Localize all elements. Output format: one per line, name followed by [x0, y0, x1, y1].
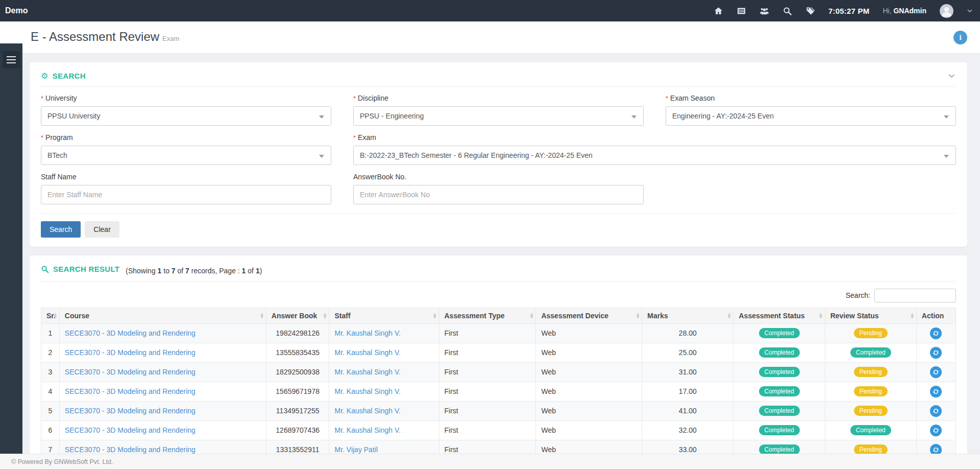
- staff-link[interactable]: Mr. Kaushal Singh V.: [334, 368, 400, 376]
- records-summary-top: (Showing 1 to 7 of 7 records, Page : 1 o…: [126, 267, 262, 275]
- info-button[interactable]: i: [953, 31, 967, 44]
- users-icon[interactable]: [760, 6, 769, 16]
- assessment-status-badge: Completed: [759, 328, 800, 338]
- search-panel: ⚙ SEARCH *University PPSU University *Di…: [30, 62, 967, 247]
- form-list-icon[interactable]: [737, 6, 746, 16]
- field-exam: *Exam B:-2022-23_BTech Semester - 6 Regu…: [353, 133, 956, 165]
- course-link[interactable]: SECE3070 - 3D Modeling and Rendering: [65, 445, 195, 454]
- field-exam-season: *Exam Season Engineering - AY:-2024-25 E…: [666, 94, 956, 126]
- sort-icon: ▲▼: [260, 313, 263, 319]
- menu-toggle-button[interactable]: [3, 51, 20, 68]
- page-header: E - Assessment ReviewExam i: [0, 21, 980, 54]
- main-content: ⚙ SEARCH *University PPSU University *Di…: [22, 54, 980, 454]
- course-link[interactable]: SECE3070 - 3D Modeling and Rendering: [65, 329, 195, 337]
- assessment-status-badge: Completed: [759, 444, 800, 455]
- course-link[interactable]: SECE3070 - 3D Modeling and Rendering: [65, 426, 195, 434]
- col-answer-book[interactable]: Answer Book▲▼: [266, 308, 329, 323]
- sort-icon: ▲▼: [728, 313, 730, 319]
- page-footer: © Powered By GNWebSoft Pvt. Ltd.: [0, 454, 980, 469]
- refresh-action-button[interactable]: [930, 347, 942, 359]
- navbar-actions: 7:05:27 PM Hi, GNAdmin: [714, 4, 973, 18]
- clock-time: 7:05:27 PM: [828, 7, 869, 15]
- sort-icon: ▲▼: [530, 313, 533, 319]
- course-link[interactable]: SECE3070 - 3D Modeling and Rendering: [65, 407, 195, 415]
- col-course[interactable]: Course▲▼: [59, 308, 266, 323]
- gears-icon: ⚙: [41, 72, 48, 80]
- col-marks[interactable]: Marks▲▼: [642, 308, 733, 323]
- refresh-action-button[interactable]: [930, 425, 942, 436]
- course-link[interactable]: SECE3070 - 3D Modeling and Rendering: [65, 368, 195, 376]
- required-asterisk: *: [41, 95, 43, 102]
- search-form: *University PPSU University *Discipline …: [41, 94, 956, 204]
- sort-icon: ▲▼: [54, 313, 56, 319]
- exam-season-select[interactable]: Engineering - AY:-2024-25 Even: [666, 106, 956, 126]
- app-brand: Demo: [5, 6, 28, 15]
- field-discipline: *Discipline PPSU - Engineering: [353, 94, 644, 126]
- search-result-panel: SEARCH RESULT (Showing 1 to 7 of 7 recor…: [30, 255, 967, 469]
- staff-link[interactable]: Mr. Kaushal Singh V.: [334, 426, 400, 434]
- review-status-badge: Completed: [850, 425, 891, 435]
- review-status-badge: Pending: [854, 367, 888, 377]
- col-sr[interactable]: Sr.▲▼: [41, 308, 60, 323]
- col-staff[interactable]: Staff▲▼: [329, 308, 439, 323]
- results-table: Sr.▲▼ Course▲▼ Answer Book▲▼ Staff▲▼ Ass…: [41, 308, 956, 460]
- col-assessment-type[interactable]: Assessment Type▲▼: [439, 308, 536, 323]
- table-row: 1 SECE3070 - 3D Modeling and Rendering 1…: [41, 323, 956, 343]
- sort-icon: ▲▼: [433, 313, 436, 319]
- program-select[interactable]: BTech: [41, 146, 331, 165]
- top-navbar: Demo 7:05:27 PM Hi, GNAdmin: [0, 0, 980, 21]
- sort-icon: ▲▼: [911, 313, 913, 319]
- table-header-row: Sr.▲▼ Course▲▼ Answer Book▲▼ Staff▲▼ Ass…: [41, 308, 956, 323]
- refresh-action-button[interactable]: [930, 327, 942, 339]
- page-title: E - Assessment ReviewExam: [31, 30, 179, 44]
- required-asterisk: *: [666, 95, 668, 102]
- table-row: 5 SECE3070 - 3D Modeling and Rendering 1…: [41, 401, 956, 420]
- university-select[interactable]: PPSU University: [41, 106, 331, 126]
- search-panel-title: ⚙ SEARCH: [41, 72, 86, 80]
- refresh-action-button[interactable]: [930, 366, 942, 378]
- required-asterisk: *: [41, 134, 43, 142]
- discipline-select[interactable]: PPSU - Engineering: [353, 106, 644, 126]
- col-action: Action: [916, 308, 955, 323]
- exam-select[interactable]: B:-2022-23_BTech Semester - 6 Regular En…: [353, 146, 956, 165]
- table-search-input[interactable]: [874, 289, 956, 302]
- answerbook-no-input[interactable]: [353, 185, 644, 204]
- assessment-status-badge: Completed: [759, 347, 800, 358]
- staff-link[interactable]: Mr. Kaushal Singh V.: [334, 348, 400, 357]
- user-avatar[interactable]: [940, 4, 953, 18]
- review-status-badge: Pending: [854, 386, 888, 396]
- collapse-chevron-icon[interactable]: [947, 72, 956, 80]
- search-button[interactable]: Search: [41, 221, 81, 238]
- staff-link[interactable]: Mr. Kaushal Singh V.: [334, 387, 400, 395]
- magnifier-icon: [41, 265, 49, 273]
- assessment-status-badge: Completed: [759, 386, 800, 396]
- course-link[interactable]: SECE3070 - 3D Modeling and Rendering: [65, 387, 195, 395]
- field-staff-name: Staff Name: [41, 173, 331, 204]
- col-review-status[interactable]: Review Status▲▼: [825, 308, 916, 323]
- username: GNAdmin: [893, 7, 926, 15]
- staff-link[interactable]: Mr. Vijay Patil: [334, 445, 378, 454]
- field-program: *Program BTech: [41, 133, 331, 165]
- refresh-action-button[interactable]: [930, 386, 942, 397]
- required-asterisk: *: [353, 134, 356, 142]
- page-subtitle: Exam: [162, 35, 179, 42]
- table-row: 4 SECE3070 - 3D Modeling and Rendering 1…: [41, 382, 956, 401]
- home-icon[interactable]: [714, 6, 723, 16]
- staff-link[interactable]: Mr. Kaushal Singh V.: [334, 407, 400, 415]
- col-assessment-status[interactable]: Assessment Status▲▼: [733, 308, 825, 323]
- search-icon[interactable]: [782, 6, 792, 16]
- col-assessment-device[interactable]: Assessment Device▲▼: [536, 308, 642, 323]
- user-menu-chevron-icon[interactable]: [967, 8, 973, 14]
- user-greeting: Hi, GNAdmin: [883, 7, 926, 15]
- filter-label: Search:: [846, 291, 870, 299]
- staff-name-input[interactable]: [41, 185, 331, 204]
- tags-icon[interactable]: [805, 6, 815, 16]
- clear-button[interactable]: Clear: [85, 221, 119, 238]
- refresh-action-button[interactable]: [930, 405, 942, 417]
- footer-copyright: © Powered By GNWebSoft Pvt. Ltd.: [11, 458, 113, 465]
- sidebar-logo-placeholder: [0, 21, 22, 43]
- course-link[interactable]: SECE3070 - 3D Modeling and Rendering: [65, 348, 195, 357]
- staff-link[interactable]: Mr. Kaushal Singh V.: [334, 329, 400, 337]
- assessment-status-badge: Completed: [759, 406, 800, 416]
- sort-icon: ▲▼: [819, 313, 822, 319]
